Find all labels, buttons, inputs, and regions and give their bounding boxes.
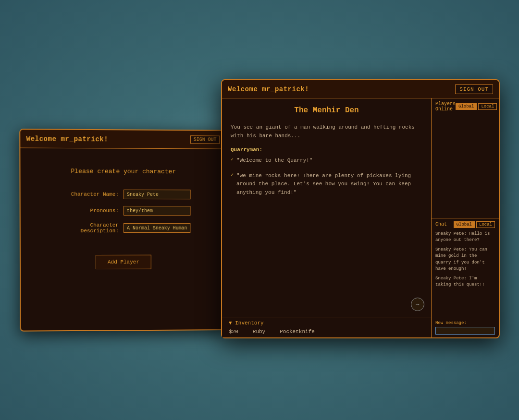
game-window: Welcome mr_patrick! SIGN OUT The Menhir … [221, 79, 500, 338]
chat-header: Chat Global Local [435, 221, 495, 228]
npc-dialog-1: ✓ "Welcome to the Quarry!" [231, 156, 422, 169]
players-tab-group: Global Local [456, 103, 497, 110]
chat-global-tab[interactable]: Global [454, 221, 475, 228]
create-char-title: Please create your character [71, 168, 176, 175]
char-desc-label: Character Description: [51, 222, 119, 234]
char-desc-input[interactable] [124, 223, 190, 233]
back-window-content: Please create your character Character N… [20, 148, 225, 279]
front-window-title: Welcome mr_patrick! [228, 85, 309, 93]
chat-message-2: Sneaky Pete: You can mine gold in the qu… [435, 247, 495, 273]
chat-messages: Sneaky Pete: Hello is anyone out there? … [435, 231, 495, 318]
chat-message-1: Sneaky Pete: Hello is anyone out there? [435, 231, 495, 244]
players-section: Players Online Global Local [432, 98, 499, 218]
npc-dialog-text-1: "Welcome to the Quarry!" [236, 156, 312, 165]
players-title: Players Online [435, 101, 456, 112]
chat-tab-group: Global Local [454, 221, 495, 228]
main-game-area: The Menhir Den You see an giant of a man… [222, 98, 432, 337]
npc-dialog-2: ✓ "We mine rocks here! There are plenty … [231, 172, 422, 201]
location-title: The Menhir Den [231, 106, 422, 115]
character-creation-window: Welcome mr_patrick! SIGN OUT Please crea… [19, 129, 226, 332]
chat-input-label: New message: [435, 321, 495, 325]
players-header: Players Online Global Local [435, 101, 495, 112]
char-name-row: Character Name: [51, 190, 195, 200]
npc-dialog-text-2: "We mine rocks here! There are plenty of… [236, 172, 422, 197]
chat-message-input[interactable] [435, 327, 495, 335]
inventory-item-pocketknife: Pocketknife [280, 329, 315, 335]
right-sidebar: Players Online Global Local Chat Global … [432, 98, 499, 337]
add-player-button[interactable]: Add Player [96, 255, 151, 269]
navigate-button[interactable]: → [411, 298, 424, 311]
location-description: You see an giant of a man walking around… [231, 123, 422, 140]
pronouns-label: Pronouns: [51, 208, 119, 214]
chat-message-3: Sneaky Pete: I'm taking this quest!! [435, 276, 495, 288]
chat-local-tab[interactable]: Local [476, 221, 495, 228]
players-local-tab[interactable]: Local [478, 103, 497, 110]
inventory-item-ruby: Ruby [253, 329, 265, 335]
inventory-item-money: $20 [229, 329, 238, 335]
back-sign-out-button[interactable]: SIGN OUT [190, 135, 220, 144]
checkmark-icon-1: ✓ [231, 156, 234, 169]
char-name-input[interactable] [124, 190, 191, 199]
checkmark-icon-2: ✓ [231, 172, 234, 201]
back-window-title: Welcome mr_patrick! [26, 135, 108, 143]
back-titlebar: Welcome mr_patrick! SIGN OUT [20, 130, 225, 149]
npc-name: Quarryman: [231, 147, 422, 153]
sign-out-button[interactable]: SIGN OUT [455, 84, 493, 94]
inventory-items: $20 Ruby Pocketknife [229, 329, 424, 335]
pronouns-input[interactable] [124, 206, 190, 216]
navigate-icon: → [415, 301, 420, 308]
chat-section: Chat Global Local Sneaky Pete: Hello is … [432, 218, 499, 338]
front-window-body: The Menhir Den You see an giant of a man… [222, 98, 499, 337]
inventory-bar: ▼ Inventory $20 Ruby Pocketknife [222, 317, 431, 337]
char-desc-row: Character Description: [51, 222, 195, 234]
game-panel: The Menhir Den You see an giant of a man… [222, 98, 431, 317]
front-titlebar: Welcome mr_patrick! SIGN OUT [222, 80, 499, 98]
char-name-label: Character Name: [51, 192, 119, 197]
inventory-header[interactable]: ▼ Inventory [229, 320, 424, 326]
chat-title: Chat [435, 222, 447, 227]
pronouns-row: Pronouns: [51, 206, 195, 216]
players-global-tab[interactable]: Global [456, 103, 477, 110]
